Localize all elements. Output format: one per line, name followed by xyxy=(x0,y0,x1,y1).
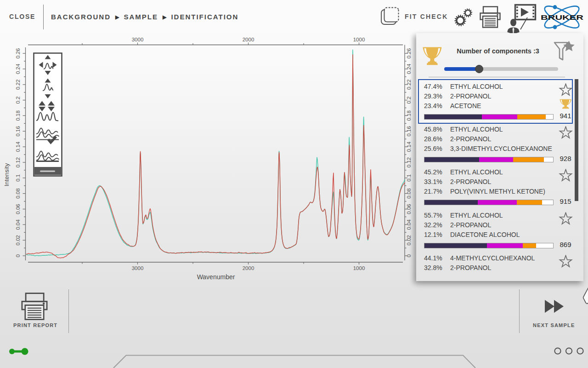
svg-text:0.2: 0.2 xyxy=(15,97,21,104)
svg-text:0.04: 0.04 xyxy=(406,219,412,230)
svg-text:0.22: 0.22 xyxy=(15,80,21,90)
svg-text:0.24: 0.24 xyxy=(406,63,412,74)
svg-text:0.18: 0.18 xyxy=(406,110,412,121)
svg-text:0.22: 0.22 xyxy=(406,80,412,90)
svg-text:2000: 2000 xyxy=(243,265,254,271)
svg-text:BRUKER: BRUKER xyxy=(541,13,583,21)
svg-text:0.08: 0.08 xyxy=(15,188,21,198)
svg-text:0.14: 0.14 xyxy=(406,141,412,152)
svg-text:0.12: 0.12 xyxy=(406,157,412,167)
svg-text:0: 0 xyxy=(406,254,412,257)
svg-text:0.06: 0.06 xyxy=(15,204,21,214)
svg-text:1000: 1000 xyxy=(353,37,365,42)
svg-text:0.18: 0.18 xyxy=(15,110,21,121)
svg-text:0.02: 0.02 xyxy=(406,235,412,245)
svg-text:0.14: 0.14 xyxy=(15,141,21,152)
svg-text:1000: 1000 xyxy=(353,265,365,271)
svg-text:0: 0 xyxy=(15,254,21,257)
svg-text:3000: 3000 xyxy=(132,37,144,42)
svg-text:0.06: 0.06 xyxy=(406,204,412,214)
svg-text:3000: 3000 xyxy=(132,265,144,271)
svg-text:0.1: 0.1 xyxy=(15,174,21,182)
svg-text:Intensity: Intensity xyxy=(3,163,10,187)
svg-text:0.16: 0.16 xyxy=(15,126,21,136)
svg-text:0.04: 0.04 xyxy=(15,219,21,230)
svg-text:0.02: 0.02 xyxy=(15,235,21,245)
svg-text:0.26: 0.26 xyxy=(15,48,21,58)
svg-text:2000: 2000 xyxy=(243,37,254,42)
svg-text:0.08: 0.08 xyxy=(406,188,412,198)
svg-text:0.2: 0.2 xyxy=(406,97,412,104)
svg-text:0.16: 0.16 xyxy=(406,126,412,136)
svg-text:0.24: 0.24 xyxy=(15,63,21,74)
svg-text:0.12: 0.12 xyxy=(15,157,21,167)
svg-text:0.26: 0.26 xyxy=(406,48,412,58)
svg-text:Wavenumber: Wavenumber xyxy=(197,273,235,281)
svg-text:0.1: 0.1 xyxy=(406,174,412,182)
